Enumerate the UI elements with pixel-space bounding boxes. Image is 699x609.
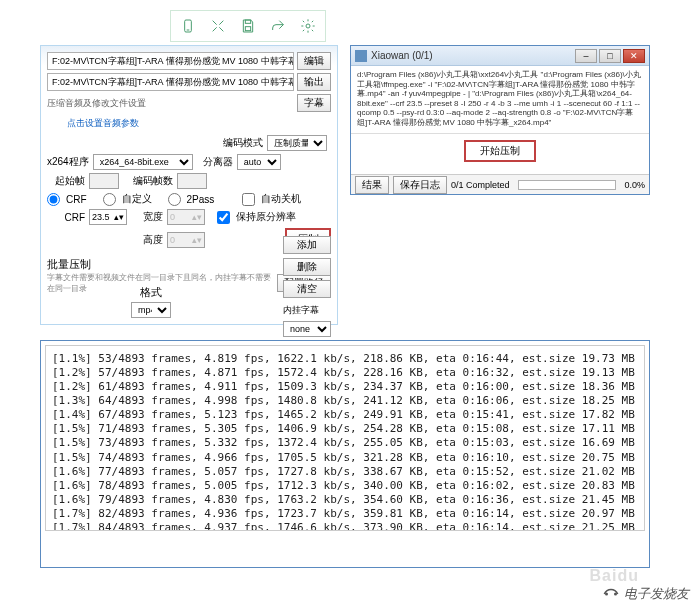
command-text: d:\Program Files (x86)\小丸工具箱\xxt264\小丸工具… xyxy=(351,66,649,134)
add-button[interactable]: 添加 xyxy=(283,236,331,254)
console-line: [1.1%] 53/4893 frames, 4.819 fps, 1622.1… xyxy=(52,352,638,366)
delete-button[interactable]: 删除 xyxy=(283,258,331,276)
console-line: [1.4%] 67/4893 frames, 5.123 fps, 1465.2… xyxy=(52,408,638,422)
width-spinner: 0▴▾ xyxy=(167,209,205,225)
console-output: [1.1%] 53/4893 frames, 4.819 fps, 1622.1… xyxy=(45,345,645,531)
save-icon[interactable] xyxy=(237,15,259,37)
custom-label: 自定义 xyxy=(122,192,152,206)
keep-res-label: 保持原分辨率 xyxy=(236,210,296,224)
console-line: [1.6%] 77/4893 frames, 5.057 fps, 1727.8… xyxy=(52,465,638,479)
svg-rect-3 xyxy=(245,27,250,31)
maximize-button[interactable]: □ xyxy=(599,49,621,63)
encode-frames-input xyxy=(177,173,207,189)
height-spinner: 0▴▾ xyxy=(167,232,205,248)
progress-bar xyxy=(518,180,617,190)
svg-point-5 xyxy=(605,593,608,596)
crf-spinner[interactable]: 23.5▴▾ xyxy=(89,209,127,225)
encode-mode-label: 编码模式 xyxy=(223,136,263,150)
expand-icon[interactable] xyxy=(207,15,229,37)
start-frame-label: 起始帧 xyxy=(47,174,85,188)
console-line: [1.5%] 74/4893 frames, 4.966 fps, 1705.5… xyxy=(52,451,638,465)
baidu-watermark: Baidu xyxy=(590,567,639,585)
console-line: [1.6%] 78/4893 frames, 5.005 fps, 1712.3… xyxy=(52,479,638,493)
x264-label: x264程序 xyxy=(47,155,89,169)
console-window: [1.1%] 53/4893 frames, 4.819 fps, 1622.1… xyxy=(40,340,650,568)
window-titlebar: Xiaowan (0/1) – □ ✕ xyxy=(351,46,649,66)
console-line: [1.5%] 71/4893 frames, 5.305 fps, 1406.9… xyxy=(52,422,638,436)
format-select[interactable]: mp4 xyxy=(131,302,171,318)
audio-params-link[interactable]: 点击设置音频参数 xyxy=(67,115,331,132)
edit-button[interactable]: 编辑 xyxy=(297,52,331,70)
start-frame-input xyxy=(89,173,119,189)
input-file-field[interactable]: F:02-MV\TCN字幕组]T-ARA 懂得那份感觉 MV 1080 中韩字幕… xyxy=(47,52,294,70)
result-button[interactable]: 结果 xyxy=(355,176,389,194)
crf-radio[interactable] xyxy=(47,193,60,206)
encode-mode-select[interactable]: 压制质量 xyxy=(267,135,327,151)
2pass-label: 2Pass xyxy=(187,194,215,205)
subtitle-button[interactable]: 字幕 xyxy=(297,94,331,112)
console-line: [1.7%] 82/4893 frames, 4.936 fps, 1723.7… xyxy=(52,507,638,521)
crf-label: CRF xyxy=(66,194,87,205)
output-button[interactable]: 输出 xyxy=(297,73,331,91)
format-label: 格式 xyxy=(140,285,162,300)
inner-sub-label: 内挂字幕 xyxy=(283,304,331,317)
height-label: 高度 xyxy=(143,233,163,247)
mobile-icon[interactable] xyxy=(177,15,199,37)
save-log-button[interactable]: 保存日志 xyxy=(393,176,447,194)
xiaowan-window: Xiaowan (0/1) – □ ✕ d:\Program Files (x8… xyxy=(350,45,650,195)
start-compress-button[interactable]: 开始压制 xyxy=(464,140,536,162)
console-line: [1.6%] 79/4893 frames, 4.830 fps, 1763.2… xyxy=(52,493,638,507)
svg-rect-2 xyxy=(245,20,250,23)
console-line: [1.2%] 57/4893 frames, 4.871 fps, 1572.4… xyxy=(52,366,638,380)
window-title: Xiaowan (0/1) xyxy=(371,50,575,61)
clear-button[interactable]: 清空 xyxy=(283,280,331,298)
app-icon xyxy=(355,50,367,62)
svg-point-6 xyxy=(614,593,617,596)
output-file-field[interactable]: F:02-MV\TCN字幕组]T-ARA 懂得那份感觉 MV 1080 中韩字幕… xyxy=(47,73,294,91)
audio-settings-label: 压缩音频及修改文件设置 xyxy=(47,95,294,112)
elecfans-icon xyxy=(602,585,620,603)
width-label: 宽度 xyxy=(143,210,163,224)
demuxer-select[interactable]: auto xyxy=(237,154,281,170)
minimize-button[interactable]: – xyxy=(575,49,597,63)
encode-frames-label: 编码帧数 xyxy=(133,174,173,188)
auto-shutdown-checkbox[interactable] xyxy=(242,193,255,206)
demuxer-label: 分离器 xyxy=(203,155,233,169)
console-line: [1.3%] 64/4893 frames, 4.998 fps, 1480.8… xyxy=(52,394,638,408)
elecfans-watermark: 电子发烧友 xyxy=(602,585,689,603)
2pass-radio[interactable] xyxy=(168,193,181,206)
console-line: [1.7%] 84/4893 frames, 4.937 fps, 1746.6… xyxy=(52,521,638,531)
crf-value-label: CRF xyxy=(47,212,85,223)
editor-toolbar xyxy=(170,10,326,42)
console-line: [1.2%] 61/4893 frames, 4.911 fps, 1509.3… xyxy=(52,380,638,394)
share-icon[interactable] xyxy=(267,15,289,37)
percent-text: 0.0% xyxy=(624,180,645,190)
custom-radio[interactable] xyxy=(103,193,116,206)
x264-select[interactable]: x264_64-8bit.exe xyxy=(93,154,193,170)
console-line: [1.5%] 73/4893 frames, 5.332 fps, 1372.4… xyxy=(52,436,638,450)
svg-point-4 xyxy=(306,24,310,28)
encoder-settings-panel: F:02-MV\TCN字幕组]T-ARA 懂得那份感觉 MV 1080 中韩字幕… xyxy=(40,45,338,325)
status-bar: 结果 保存日志 0/1 Completed 0.0% xyxy=(351,174,649,194)
keep-res-checkbox[interactable] xyxy=(217,211,230,224)
gear-icon[interactable] xyxy=(297,15,319,37)
auto-shutdown-label: 自动关机 xyxy=(261,192,301,206)
inner-sub-select[interactable]: none xyxy=(283,321,331,337)
close-button[interactable]: ✕ xyxy=(623,49,645,63)
completion-status: 0/1 Completed xyxy=(451,180,510,190)
